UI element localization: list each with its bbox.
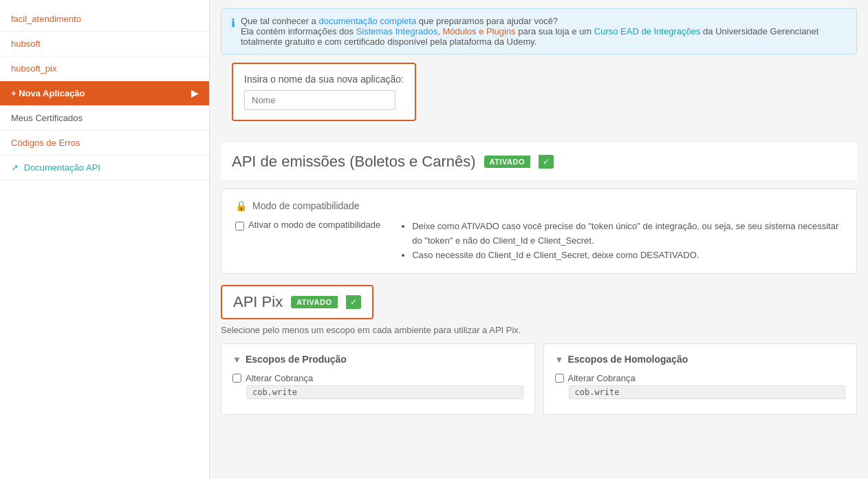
escopo-producao-card: ▼ Escopos de Produção Alterar Cobrança c… <box>221 343 535 415</box>
filter-icon-producao: ▼ <box>232 354 241 365</box>
modulos-plugins-link[interactable]: Módulos e Plugins <box>442 26 515 36</box>
sidebar-item-meus-certificados[interactable]: Meus Certificados <box>0 106 209 131</box>
api-pix-status-toggle[interactable]: ✓ <box>346 295 361 309</box>
escopo-homologacao-checkbox-0[interactable] <box>555 374 564 383</box>
escopos-grid: ▼ Escopos de Produção Alterar Cobrança c… <box>221 343 857 415</box>
sidebar-item-documentacao-api[interactable]: ↗ Documentação API <box>0 156 209 180</box>
escopo-homologacao-code-0: cob.write <box>569 385 846 399</box>
compat-left: Ativar o modo de compatibilidade <box>235 220 380 262</box>
api-pix-status-badge: ATIVADO <box>291 296 337 308</box>
app-name-label: Insira o nome da sua nova aplicação: <box>244 74 404 85</box>
escopo-producao-label: Escopos de Produção <box>246 354 347 365</box>
api-pix-title: API Pix <box>233 293 283 311</box>
info-banner: ℹ Que tal conhecer a documentação comple… <box>221 8 857 54</box>
sidebar: facil_atendimento hubsoft hubsoft_pix + … <box>0 0 210 479</box>
filter-icon-homologacao: ▼ <box>555 354 564 365</box>
compat-bullet-1: Deixe como ATIVADO caso você precise do … <box>412 220 843 248</box>
compat-checkbox-label: Ativar o modo de compatibilidade <box>248 220 380 230</box>
api-emission-section: API de emissões (Boletos e Carnês) ATIVA… <box>221 143 857 180</box>
escopo-producao-item-0: Alterar Cobrança cob.write <box>232 373 523 399</box>
escopo-homologacao-card: ▼ Escopos de Homologação Alterar Cobranç… <box>543 343 858 415</box>
main-content: ℹ Que tal conhecer a documentação comple… <box>210 0 868 479</box>
compat-right: Deixe como ATIVADO caso você precise do … <box>401 220 843 262</box>
sistemas-integrados-link[interactable]: Sistemas Integrados <box>356 26 438 36</box>
external-link-icon: ↗ <box>11 162 19 173</box>
compat-checkbox[interactable] <box>235 222 244 231</box>
sidebar-item-hubsoft[interactable]: hubsoft <box>0 32 209 56</box>
api-pix-header: API Pix ATIVADO ✓ <box>221 285 373 319</box>
chevron-right-icon: ▶ <box>191 88 198 98</box>
api-emission-status-badge: ATIVADO <box>484 156 530 168</box>
info-icon: ℹ <box>231 17 235 30</box>
api-emission-header: API de emissões (Boletos e Carnês) ATIVA… <box>221 143 857 180</box>
compat-body: Ativar o modo de compatibilidade Deixe c… <box>235 220 843 262</box>
compat-checkbox-wrapper: Ativar o modo de compatibilidade <box>235 220 380 231</box>
sidebar-item-label: + Nova Aplicação <box>11 88 85 98</box>
app-name-form: Insira o nome da sua nova aplicação: <box>232 63 416 121</box>
curso-ead-link[interactable]: Curso EAD de Integrações <box>594 26 701 36</box>
info-banner-text: Que tal conhecer a documentação completa… <box>241 16 847 47</box>
escopo-producao-code-0: cob.write <box>246 385 523 399</box>
escopo-producao-header: ▼ Escopos de Produção <box>232 354 523 365</box>
app-name-input[interactable] <box>244 90 395 110</box>
api-emission-title: API de emissões (Boletos e Carnês) <box>232 153 476 171</box>
compat-header-label: Modo de compatibilidade <box>252 200 360 211</box>
escopo-homologacao-label: Escopos de Homologação <box>567 354 688 365</box>
escopo-homologacao-item-0: Alterar Cobrança cob.write <box>555 373 846 399</box>
compat-card: 🔒 Modo de compatibilidade Ativar o modo … <box>221 189 857 274</box>
escopo-homologacao-item-label-0: Alterar Cobrança <box>555 373 846 383</box>
lock-icon: 🔒 <box>235 200 247 211</box>
sidebar-item-hubsoft-pix[interactable]: hubsoft_pix <box>0 56 209 81</box>
api-emission-status-toggle[interactable]: ✓ <box>539 155 554 169</box>
compat-header: 🔒 Modo de compatibilidade <box>235 200 843 211</box>
doc-completa-link[interactable]: documentação completa <box>318 16 416 26</box>
api-pix-section: API Pix ATIVADO ✓ Selecione pelo menos u… <box>221 285 857 415</box>
api-pix-subtitle: Selecione pelo menos um escopo em cada a… <box>221 325 857 335</box>
sidebar-item-facil-atendimento[interactable]: facil_atendimento <box>0 7 209 32</box>
escopo-producao-item-label-0: Alterar Cobrança <box>232 373 523 383</box>
escopo-producao-item-text-0: Alterar Cobrança <box>246 373 313 383</box>
sidebar-item-nova-aplicacao[interactable]: + Nova Aplicação ▶ <box>0 81 209 106</box>
compat-bullet-2: Caso necessite do Client_Id e Client_Sec… <box>412 248 843 263</box>
sidebar-item-label: Documentação API <box>24 162 100 173</box>
sidebar-item-codigos-erros[interactable]: Códigos de Erros <box>0 131 209 156</box>
compat-bullets: Deixe como ATIVADO caso você precise do … <box>401 220 843 262</box>
escopo-homologacao-header: ▼ Escopos de Homologação <box>555 354 846 365</box>
escopo-homologacao-item-text-0: Alterar Cobrança <box>568 373 636 383</box>
escopo-producao-checkbox-0[interactable] <box>232 374 241 383</box>
